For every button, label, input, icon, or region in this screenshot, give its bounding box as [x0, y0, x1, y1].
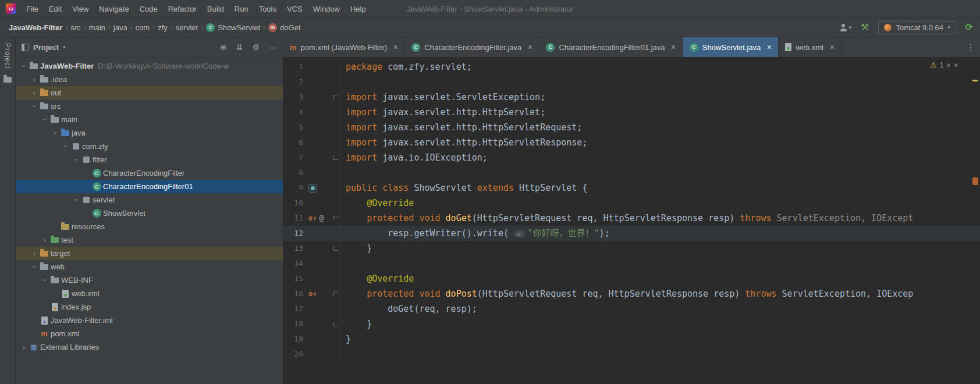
tab-pom.xml-javaweb-filter-[interactable]: mpom.xml (JavaWeb-Filter)✕	[283, 37, 405, 57]
chevron-collapsed-icon[interactable]: ›	[30, 75, 39, 84]
tree-item-web.xml[interactable]: web.xml	[16, 287, 283, 300]
inspections-widget[interactable]: ⚠ 1 ∧ ∨	[930, 61, 958, 69]
expand-all-icon[interactable]: ⇊	[236, 42, 243, 52]
close-tab-icon[interactable]: ✕	[829, 44, 835, 51]
fold-column[interactable]	[331, 180, 340, 195]
chevron-collapsed-icon[interactable]: ›	[40, 236, 49, 244]
fold-column[interactable]	[331, 301, 340, 317]
code-line[interactable]: 19}	[283, 332, 980, 347]
tree-item-pom.xml[interactable]: mpom.xml	[16, 327, 283, 340]
close-tab-icon[interactable]: ✕	[393, 44, 398, 51]
chevron-expanded-icon[interactable]: ›	[30, 262, 39, 271]
code-text[interactable]: doGet(req, resp);	[340, 301, 980, 317]
chevron-expanded-icon[interactable]: ›	[40, 115, 49, 124]
menu-item-window[interactable]: Window	[308, 3, 345, 15]
chevron-expanded-icon[interactable]: ›	[40, 276, 49, 285]
settings-gear-icon[interactable]: ⚙	[252, 42, 260, 52]
prev-problem-icon[interactable]: ∧	[946, 62, 950, 68]
overriding-method-icon[interactable]: o↑	[308, 211, 317, 226]
chevron-expanded-icon[interactable]: ›	[51, 129, 60, 137]
code-text[interactable]: package com.zfy.servlet;	[340, 59, 980, 74]
code-line[interactable]: 1package com.zfy.servlet;	[283, 59, 980, 74]
fold-column[interactable]	[331, 105, 340, 120]
code-text[interactable]: protected void doPost(HttpServletRequest…	[340, 286, 980, 301]
tree-item-test[interactable]: ›test	[16, 233, 283, 247]
tree-item-characterencodingfilter[interactable]: CCharacterEncodingFilter	[16, 166, 283, 180]
menu-item-file[interactable]: File	[21, 3, 44, 15]
project-tool-window-button[interactable]: Project	[3, 43, 12, 69]
project-panel-title[interactable]: Project	[33, 43, 59, 52]
tree-item-target[interactable]: ›target	[16, 247, 283, 260]
hide-panel-icon[interactable]: —	[269, 42, 277, 52]
fold-marker-end[interactable]	[333, 322, 338, 326]
tab-characterencodingfilter01.java[interactable]: CCharacterEncodingFilter01.java✕	[539, 37, 683, 57]
fold-column[interactable]	[331, 90, 340, 105]
code-text[interactable]: }	[340, 332, 980, 347]
fold-column[interactable]	[331, 135, 340, 150]
fold-marker-end[interactable]	[333, 155, 338, 160]
fold-column[interactable]	[331, 241, 340, 256]
tree-item-showservlet[interactable]: CShowServlet	[16, 207, 283, 220]
code-text[interactable]: resp.getWriter().write( s:"你好呀，世界！");	[340, 226, 980, 241]
fold-marker-start[interactable]	[333, 216, 338, 221]
chevron-collapsed-icon[interactable]: ›	[30, 88, 39, 97]
fold-column[interactable]	[331, 74, 340, 90]
fold-marker-start[interactable]	[333, 95, 338, 99]
fold-column[interactable]	[331, 256, 340, 271]
tree-item-.idea[interactable]: ›.idea	[16, 73, 283, 86]
fold-column[interactable]	[331, 211, 340, 226]
code-line[interactable]: 15 @Override	[283, 271, 980, 286]
fold-marker-start[interactable]	[333, 291, 338, 296]
code-text[interactable]: @Override	[340, 271, 980, 286]
breadcrumb-item-doget[interactable]: mdoGet	[267, 22, 302, 33]
menu-item-help[interactable]: Help	[345, 3, 371, 15]
code-line[interactable]: 20	[283, 347, 980, 362]
code-line[interactable]: 13 }	[283, 241, 980, 256]
tree-item-out[interactable]: ›out	[16, 86, 283, 99]
tree-item-web[interactable]: ›web	[16, 260, 283, 273]
code-line[interactable]: 17 doGet(req, resp);	[283, 301, 980, 317]
code-line[interactable]: 16o↑ protected void doPost(HttpServletRe…	[283, 286, 980, 301]
tree-item-servlet[interactable]: ›servlet	[16, 193, 283, 207]
breadcrumb-item-javaweb-filter[interactable]: JavaWeb-Filter	[7, 22, 64, 33]
code-editor[interactable]: 1package com.zfy.servlet;23import javax.…	[283, 58, 980, 384]
tree-item-java[interactable]: ›java	[16, 126, 283, 140]
code-line[interactable]: 2	[283, 74, 980, 90]
code-text[interactable]: import javax.servlet.http.HttpServletRes…	[340, 135, 980, 150]
tree-item-web-inf[interactable]: ›WEB-INF	[16, 273, 283, 287]
menu-item-view[interactable]: View	[67, 3, 94, 15]
code-text[interactable]: import java.io.IOException;	[340, 150, 980, 165]
next-problem-icon[interactable]: ∨	[954, 62, 958, 68]
chevron-expanded-icon[interactable]: ›	[30, 102, 39, 111]
code-text[interactable]: protected void doGet(HttpServletRequest …	[340, 211, 980, 226]
menu-item-run[interactable]: Run	[229, 3, 254, 15]
tree-item-javaweb-filter[interactable]: ›JavaWeb-FilterD:\B-Working\A-Software-w…	[16, 59, 283, 73]
fold-column[interactable]	[331, 226, 340, 241]
fold-column[interactable]	[331, 150, 340, 165]
menu-item-tools[interactable]: Tools	[254, 3, 282, 15]
close-tab-icon[interactable]: ✕	[766, 44, 772, 51]
breadcrumb-item-src[interactable]: src	[69, 22, 82, 33]
fold-column[interactable]	[331, 120, 340, 135]
code-text[interactable]: }	[340, 241, 980, 256]
run-configuration-select[interactable]: Tomcat 9.0.64 ▾	[878, 21, 956, 34]
code-line[interactable]: 18 }	[283, 317, 980, 332]
build-hammer-icon[interactable]: ⚒	[861, 23, 869, 32]
code-line[interactable]: 12 resp.getWriter().write( s:"你好呀，世界！");	[283, 226, 980, 241]
update-application-icon[interactable]: ⟳	[965, 23, 973, 32]
code-text[interactable]: }	[340, 317, 980, 332]
breadcrumb-item-main[interactable]: main	[87, 22, 107, 33]
fold-column[interactable]	[331, 347, 340, 362]
code-with-me-users-icon[interactable]: ▾	[840, 24, 852, 31]
code-line[interactable]: 11o↑@ protected void doGet(HttpServletRe…	[283, 211, 980, 226]
code-line[interactable]: 10 @Override	[283, 195, 980, 211]
tree-item-javaweb-filter.iml[interactable]: JavaWeb-Filter.iml	[16, 314, 283, 327]
menu-item-navigate[interactable]: Navigate	[94, 3, 134, 15]
tree-item-com.zfy[interactable]: ›com.zfy	[16, 140, 283, 153]
tree-item-index.jsp[interactable]: index.jsp	[16, 300, 283, 314]
fold-column[interactable]	[331, 332, 340, 347]
menu-item-build[interactable]: Build	[202, 3, 229, 15]
code-line[interactable]: 5import javax.servlet.http.HttpServletRe…	[283, 120, 980, 135]
folder-icon[interactable]	[3, 77, 12, 83]
locate-file-icon[interactable]: ⊕	[220, 42, 227, 52]
